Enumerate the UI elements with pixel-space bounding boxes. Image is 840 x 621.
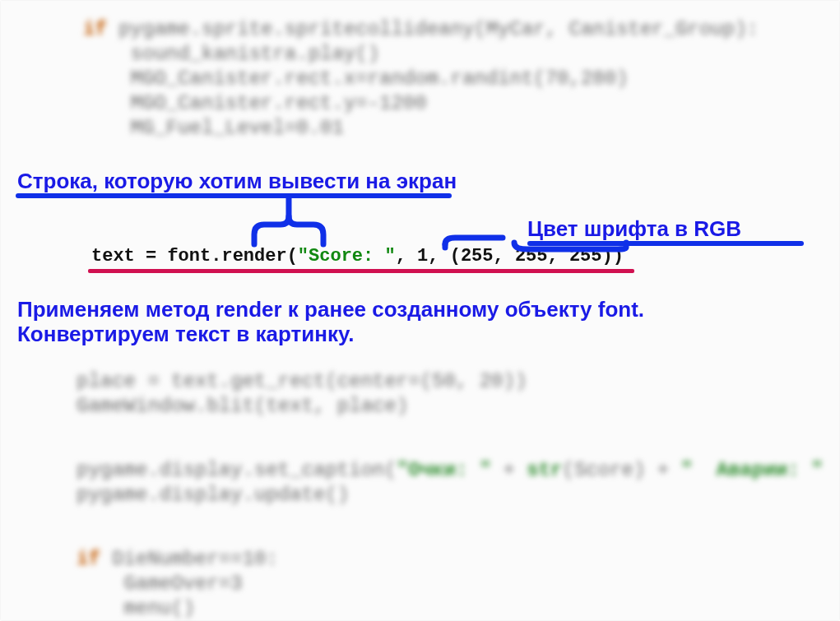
annotation-render-explain-line2: Конвертируем текст в картинку. <box>17 322 758 346</box>
annotation-font-color-rgb: Цвет шрифта в RGB <box>527 216 741 241</box>
code-blurred-caption: pygame.display.set_caption("Очки: " + st… <box>77 458 823 507</box>
code-blurred-top: if pygame.sprite.spritecollideany(MyCar,… <box>83 17 759 141</box>
underline-annotation1 <box>16 193 452 198</box>
code-blurred-getrect: place = text.get_rect(center=(50, 20)) G… <box>77 369 527 419</box>
annotation-string-to-output: Строка, которую хотим вывести на экран <box>17 169 457 193</box>
annotation-render-explain: Применяем метод render к ранее созданном… <box>17 297 758 346</box>
annotation-render-explain-line1: Применяем метод render к ранее созданном… <box>17 297 758 322</box>
code-sharp-render: text = font.render("Score: ", 1, (255, 2… <box>91 246 624 266</box>
underline-code-red <box>88 269 634 273</box>
code-blurred-dienumber: if DieNumber==10: GameOver=3 menu() <box>77 547 278 621</box>
page: { "annotations": { "string_to_output": "… <box>1 1 839 620</box>
